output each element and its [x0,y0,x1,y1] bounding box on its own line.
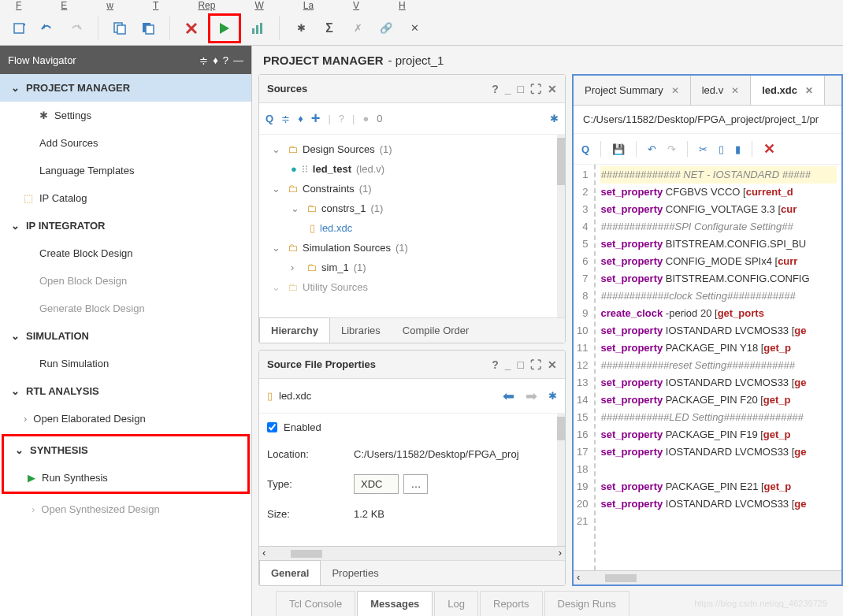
close-icon[interactable]: ✕ [731,85,739,96]
search-icon[interactable]: Q [266,113,273,124]
redo-icon[interactable] [65,17,88,40]
gear-icon[interactable]: ✱ [548,390,557,402]
nav-open-block[interactable]: Open Block Design [0,267,251,295]
nav-lang-templates[interactable]: Language Templates [0,157,251,184]
menu-layout[interactable]: La [303,0,314,11]
maximize-icon[interactable]: ⛶ [530,358,541,371]
nav-add-sources[interactable]: Add Sources [0,129,251,157]
sim-section-header[interactable]: ⌄SIMULATION [0,322,251,350]
ipi-section-header[interactable]: ⌄IP INTEGRATOR [0,212,251,239]
erase-icon[interactable]: ✗ [346,17,370,40]
code-lines[interactable]: ############## NET - IOSTANDARD #####set… [596,165,841,570]
collapse-icon[interactable]: ≑ [199,54,208,66]
tree-led-test[interactable]: ●⁝⁝led_test(led.v) [262,159,562,179]
add-icon[interactable]: + [311,109,321,128]
menu-file[interactable]: F [16,0,21,11]
tree-sim1[interactable]: ›🗀sim_1(1) [262,258,562,277]
forward-icon[interactable]: ➡ [525,388,537,405]
save-icon[interactable]: 💾 [612,143,625,155]
gear-icon[interactable]: ✱ [550,113,559,124]
help-icon[interactable]: ? [492,358,499,371]
rtl-section-header[interactable]: ⌄RTL ANALYSIS [0,377,251,405]
tree-constrs1[interactable]: ⌄🗀constrs_1(1) [262,199,562,218]
tab-properties[interactable]: Properties [321,561,389,585]
editor-h-scrollbar[interactable] [574,570,841,584]
tab-hierarchy[interactable]: Hierarchy [259,317,330,343]
nav-run-synthesis[interactable]: ▶Run Synthesis [4,464,247,492]
sigma-icon[interactable]: Σ [318,17,341,40]
back-icon[interactable]: ⬅ [503,388,514,405]
nav-open-synth[interactable]: ›Open Synthesized Design [0,495,251,523]
menu-tools[interactable]: T [153,0,158,11]
tab-compile-order[interactable]: Compile Order [392,318,481,343]
scrollbar[interactable] [557,414,565,546]
collapse-all-icon[interactable]: ≑ [281,113,290,124]
menu-reports[interactable]: Rep [198,0,215,11]
close-icon[interactable]: ✕ [548,358,557,371]
menu-window[interactable]: W [254,0,263,11]
tab-messages[interactable]: Messages [357,591,433,616]
restore-icon[interactable]: □ [518,358,524,371]
browse-button[interactable]: … [403,474,428,494]
close-icon[interactable]: ✕ [805,85,813,96]
minimize-icon[interactable]: _ [505,83,511,95]
nav-settings[interactable]: ✱Settings [0,102,251,129]
tree-led-xdc[interactable]: ▯led.xdc [262,218,562,238]
tree-constraints[interactable]: ⌄🗀Constraints(1) [262,179,562,199]
help-icon[interactable]: ? [492,83,499,95]
close-icon[interactable]: ✕ [671,85,679,96]
tab-reports[interactable]: Reports [480,591,543,616]
expand-all-icon[interactable]: ♦ [298,113,303,124]
tab-led-xdc[interactable]: led.xdc✕ [751,76,825,105]
menu-flow[interactable]: w [106,0,113,11]
menu-view[interactable]: V [353,0,359,11]
code-area[interactable]: 123456789101112131415161718192021 ######… [574,165,841,570]
new-icon[interactable] [8,17,32,40]
redo-icon[interactable]: ↷ [667,143,676,155]
minimize-icon[interactable]: _ [505,358,511,371]
cut-icon[interactable]: ✂ [699,143,707,155]
h-scrollbar[interactable]: › [259,546,565,560]
nav-gen-block[interactable]: Generate Block Design [0,295,251,322]
tab-project-summary[interactable]: Project Summary✕ [574,76,691,105]
undo-icon[interactable]: ↶ [648,143,656,155]
search-icon[interactable]: Q [581,143,589,155]
disconnect-icon[interactable]: ✕ [403,17,426,40]
menu-edit[interactable]: E [61,0,67,11]
undo-icon[interactable] [36,17,60,40]
tree-sim-sources[interactable]: ⌄🗀Simulation Sources(1) [262,238,562,258]
maximize-icon[interactable]: ⛶ [530,83,541,95]
tree-util[interactable]: ⌄🗀Utility Sources [262,277,562,297]
gear-icon[interactable]: ✱ [289,17,313,40]
tab-log[interactable]: Log [434,591,478,616]
tree-design-sources[interactable]: ⌄🗀Design Sources(1) [262,139,562,159]
nav-run-sim[interactable]: Run Simulation [0,350,251,377]
close-icon[interactable]: ✕ [548,83,557,95]
tab-libraries[interactable]: Libraries [330,318,392,343]
copy-icon[interactable] [108,17,132,40]
cancel-icon[interactable] [180,17,203,40]
paste-icon[interactable] [136,17,160,40]
tab-led-v[interactable]: led.v✕ [691,76,751,105]
help-icon[interactable]: ? [223,54,228,66]
paste-icon[interactable]: ▮ [735,143,741,155]
nav-ip-catalog[interactable]: ⬚IP Catalog [0,184,251,212]
link-icon[interactable]: 🔗 [374,17,398,40]
nav-open-elab[interactable]: ›Open Elaborated Design [0,405,251,432]
enabled-checkbox[interactable] [267,422,277,432]
expand-icon[interactable]: ♦ [213,54,218,66]
type-value[interactable]: XDC [354,474,399,494]
chart-icon[interactable] [246,17,269,40]
run-button[interactable] [208,13,241,43]
enabled-checkbox-row[interactable]: Enabled [259,414,565,441]
restore-icon[interactable]: □ [518,83,524,95]
delete-icon[interactable]: ✕ [763,140,775,158]
copy-icon[interactable]: ▯ [719,143,724,155]
pm-section-header[interactable]: ⌄PROJECT MANAGER [0,74,251,102]
menu-help[interactable]: H [399,0,406,11]
tab-general[interactable]: General [259,560,321,585]
tab-tcl[interactable]: Tcl Console [276,591,355,616]
tab-design-runs[interactable]: Design Runs [544,591,629,616]
filter-icon[interactable]: ? [339,113,344,124]
syn-section-header[interactable]: ⌄SYNTHESIS [4,436,247,464]
